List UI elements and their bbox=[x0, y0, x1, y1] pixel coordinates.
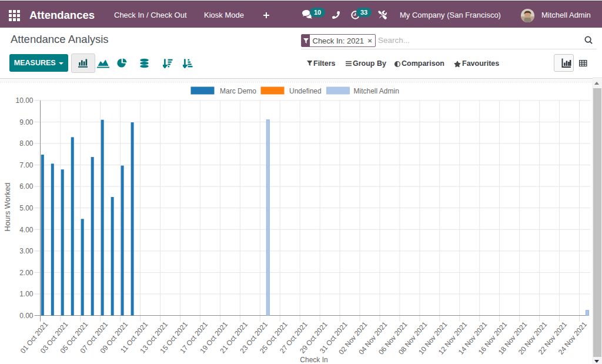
svg-text:3.00: 3.00 bbox=[19, 247, 34, 255]
svg-text:0.00: 0.00 bbox=[19, 312, 34, 320]
svg-text:8.00: 8.00 bbox=[19, 139, 34, 148]
svg-text:6.00: 6.00 bbox=[19, 182, 34, 191]
svg-text:Check In: Check In bbox=[300, 356, 327, 364]
svg-text:2.00: 2.00 bbox=[19, 269, 34, 277]
svg-text:4.00: 4.00 bbox=[19, 226, 34, 234]
svg-text:9.00: 9.00 bbox=[19, 118, 34, 126]
svg-text:7.00: 7.00 bbox=[19, 161, 34, 169]
svg-text:Mitchell Admin: Mitchell Admin bbox=[354, 87, 399, 95]
svg-text:Marc Demo: Marc Demo bbox=[220, 87, 256, 95]
svg-text:Undefined: Undefined bbox=[289, 87, 322, 95]
svg-text:1.00: 1.00 bbox=[19, 290, 34, 298]
svg-text:10.00: 10.00 bbox=[15, 96, 33, 105]
svg-text:5.00: 5.00 bbox=[19, 204, 34, 212]
svg-text:Hours Worked: Hours Worked bbox=[3, 183, 12, 232]
